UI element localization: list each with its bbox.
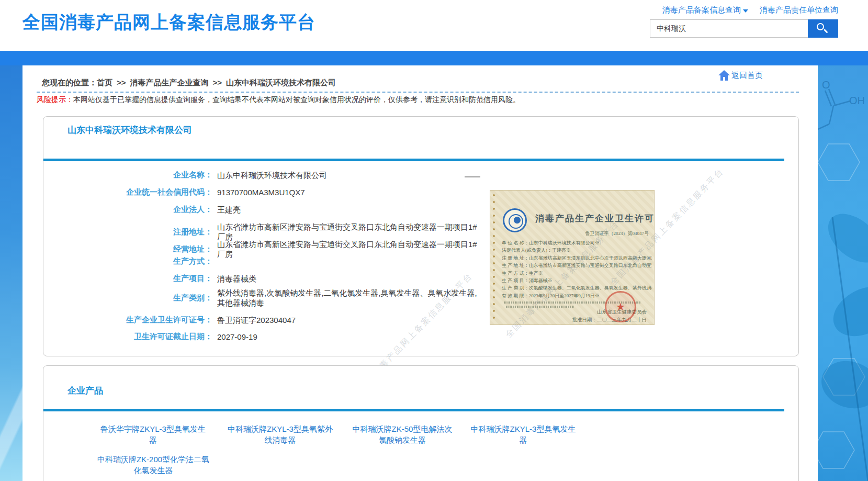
certificate-emblem-icon: [503, 208, 527, 232]
field-value: 王建亮: [217, 205, 241, 215]
field-value: 山东中科瑞沃环境技术有限公司: [217, 170, 327, 180]
field-label: 企业法人：: [43, 205, 212, 215]
certificate-lines: 单 位 名 称：山东中科瑞沃环境技术有限公司※ 法定代表人(或负责人)：王建亮※…: [502, 239, 652, 299]
field-value: 山东省潍坊市高新区潍安路与宝通街交叉路口东北角自动变速器一期项目1#厂房: [217, 239, 484, 259]
back-home-link[interactable]: 返回首页: [718, 70, 763, 81]
back-home-label: 返回首页: [731, 71, 763, 81]
field-value: 紫外线消毒器,次氯酸钠发生器,二氧化氯发生器,臭氧发生器、臭氧水发生器,其他器械…: [217, 288, 484, 308]
nav-link-filing-label: 消毒产品备案信息查询: [662, 5, 741, 14]
home-icon: [718, 70, 730, 81]
certificate-fine-print: [506, 306, 574, 308]
license-certificate-image: 消毒产品生产企业卫生许可证 鲁卫消证字（2023）第04047号 单 位 名 称…: [490, 190, 655, 325]
certificate-line: 生 产 类 别：次氯酸钠发生器、二氧化氯发生器、臭氧发生器、紫外线消毒器: [502, 284, 652, 292]
field-value: 消毒器械类: [217, 274, 256, 284]
right-background-strip: O OH: [818, 65, 868, 481]
field-value: 鲁卫消证字202304047: [217, 315, 296, 325]
products-row: 中科瑞沃牌ZK-200型化学法二氧化氯发生器: [94, 454, 213, 476]
product-link[interactable]: 中科瑞沃牌ZKYL-3型臭氧发生器: [468, 423, 578, 445]
certificate-line: 生 产 项 目：消毒器械※: [502, 277, 652, 284]
risk-notice: 风险提示：本网站仅基于已掌握的信息提供查询服务，查询结果不代表本网站对被查询对象…: [37, 95, 520, 105]
product-link[interactable]: 中科瑞沃牌ZK-200型化学法二氧化氯发生器: [94, 454, 213, 476]
field-row-company-name: 企业名称： 山东中科瑞沃环境技术有限公司: [43, 170, 327, 180]
certificate-line: 生 产 方 式：生产※: [502, 270, 652, 277]
field-label: 经营地址：: [43, 244, 212, 254]
field-row-legal-person: 企业法人： 王建亮: [43, 205, 241, 215]
dashed-divider: [37, 92, 799, 93]
products-card-title: 企业产品: [67, 385, 103, 397]
field-label: 生产企业卫生许可证号：: [43, 315, 212, 325]
molecule-oh-label: OH: [849, 95, 865, 106]
product-link[interactable]: 鲁沃华宇牌ZKYL-3型臭氧发生器: [97, 423, 209, 445]
header-blue-band: [0, 51, 868, 65]
field-label: 生产方式：: [43, 256, 212, 266]
molecule-o-label: O: [822, 79, 830, 91]
field-label: 生产项目：: [43, 274, 212, 284]
flower-petals: [818, 204, 868, 416]
search-input[interactable]: [650, 19, 808, 38]
certificate-binding-holes: [492, 193, 497, 322]
top-nav: 消毒产品备案信息查询 消毒产品责任单位查询: [650, 5, 838, 15]
field-row-production-category: 生产类别： 紫外线消毒器,次氯酸钠发生器,二氧化氯发生器,臭氧发生器、臭氧水发生…: [43, 288, 484, 308]
risk-notice-text: 本网站仅基于已掌握的信息提供查询服务，查询结果不代表本网站对被查询对象信用状况的…: [73, 95, 520, 104]
field-row-license-number: 生产企业卫生许可证号： 鲁卫消证字202304047: [43, 315, 296, 325]
header-right: 消毒产品备案信息查询 消毒产品责任单位查询: [650, 5, 838, 38]
title-underline: [43, 159, 784, 161]
breadcrumb-home[interactable]: 首页: [97, 78, 112, 87]
breadcrumb-prefix: 您现在的位置：: [42, 78, 97, 87]
certificate-line: 注 册 地 址：山东省潍坊高新区玉清东街以北中心次干道以西高新大厦902号科研: [502, 254, 652, 262]
left-background-strip: [0, 65, 22, 481]
nav-link-filing-query[interactable]: 消毒产品备案信息查询: [662, 5, 748, 15]
search-bar: [650, 19, 838, 38]
breadcrumb-separator: >>: [213, 78, 222, 87]
risk-notice-label: 风险提示：: [37, 95, 73, 104]
products-row: 鲁沃华宇牌ZKYL-3型臭氧发生器 中科瑞沃牌ZKYL-3型臭氧紫外线消毒器 中…: [97, 423, 578, 445]
dash-artifact: [465, 176, 480, 177]
field-row-production-project: 生产项目： 消毒器械类: [43, 274, 256, 284]
breadcrumb-section[interactable]: 消毒产品生产企业查询: [130, 78, 209, 87]
field-label: 企业名称：: [43, 170, 212, 180]
search-button[interactable]: [808, 19, 838, 38]
field-label: 生产类别：: [43, 293, 212, 303]
product-link[interactable]: 中科瑞沃牌ZKYL-3型臭氧紫外线消毒器: [224, 423, 336, 445]
field-row-production-mode: 生产方式：: [43, 256, 217, 266]
field-row-license-expiry: 卫生许可证截止日期： 2027-09-19: [43, 332, 257, 342]
company-info-card: 山东中科瑞沃环境技术有限公司 企业名称： 山东中科瑞沃环境技术有限公司 企业统一…: [43, 116, 799, 356]
certificate-code: 鲁卫消证字（2023）第04047号: [585, 230, 649, 237]
field-label: 注册地址：: [43, 227, 212, 237]
breadcrumb-current: 山东中科瑞沃环境技术有限公司: [226, 78, 336, 87]
product-link[interactable]: 中科瑞沃牌ZK-50型电解法次氯酸钠发生器: [351, 423, 454, 445]
search-icon: [817, 23, 824, 30]
nav-link-responsible-query[interactable]: 消毒产品责任单位查询: [760, 5, 838, 15]
company-products-card: 企业产品 鲁沃华宇牌ZKYL-3型臭氧发生器 中科瑞沃牌ZKYL-3型臭氧紫外线…: [43, 365, 799, 481]
title-underline: [43, 409, 784, 411]
field-row-credit-code: 企业统一社会信用代码： 91370700MA3M3U1QX7: [43, 187, 305, 197]
molecule-flower-graphic: O OH: [818, 65, 868, 481]
breadcrumb-separator: >>: [117, 78, 126, 87]
field-label: 卫生许可证截止日期：: [43, 332, 212, 342]
field-value: 91370700MA3M3U1QX7: [217, 187, 305, 197]
certificate-line: 单 位 名 称：山东中科瑞沃环境技术有限公司※: [502, 239, 652, 247]
breadcrumb: 您现在的位置：首页>>消毒产品生产企业查询>>山东中科瑞沃环境技术有限公司: [42, 78, 336, 88]
certificate-title: 消毒产品生产企业卫生许可证: [535, 212, 655, 225]
field-value: 2027-09-19: [217, 332, 257, 342]
site-title: 全国消毒产品网上备案信息服务平台: [22, 10, 315, 35]
chevron-down-icon: [743, 9, 748, 13]
red-seal-icon: ★: [605, 291, 636, 322]
certificate-line: 法定代表人(或负责人)：王建亮※: [502, 247, 652, 254]
company-card-title: 山东中科瑞沃环境技术有限公司: [67, 124, 192, 136]
field-label: 企业统一社会信用代码：: [43, 187, 212, 197]
certificate-line: 生 产 地 址：山东省潍坊市高新区潍安路与宝通街交叉路口东北角自动变速器一期项目…: [502, 262, 652, 269]
